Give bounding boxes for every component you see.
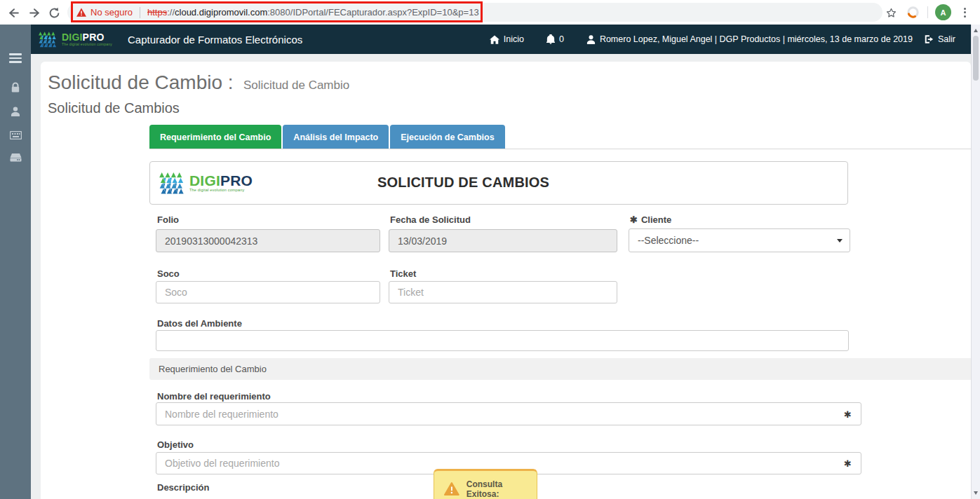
tab-analisis-del-impacto[interactable]: Análisis del Impacto	[283, 125, 389, 149]
descripcion-label: Descripción	[157, 482, 209, 493]
brand-logo: DIGIPRO The digital evolution company	[39, 32, 112, 48]
soco-input[interactable]	[156, 281, 380, 303]
required-asterisk: ✱	[844, 458, 852, 469]
brand-name: DIGIPRO	[62, 32, 112, 42]
cliente-select[interactable]: --Seleccione--	[629, 228, 850, 252]
omnibox-separator	[140, 7, 140, 18]
cliente-label: ✱Cliente	[630, 214, 671, 225]
nav-home[interactable]: Inicio	[490, 34, 524, 44]
scrollbar-up-arrow[interactable]	[974, 29, 978, 32]
logout-icon	[924, 34, 934, 44]
form-brand-logo: DIGIPRO The digital evolution company	[159, 172, 253, 194]
keyboard-icon	[10, 131, 22, 139]
page-title-secondary: Solicitud de Cambio	[243, 78, 349, 92]
required-asterisk: ✱	[844, 409, 852, 419]
user-icon	[11, 107, 20, 116]
harddrive-icon	[10, 153, 22, 163]
form-header-box: DIGIPRO The digital evolution company SO…	[149, 161, 848, 205]
reload-icon	[48, 7, 60, 19]
extension-button[interactable]	[906, 6, 920, 19]
brand-tagline: The digital evolution company	[189, 189, 253, 193]
toolbar-separator	[927, 6, 928, 18]
datos-ambiente-input[interactable]	[156, 330, 849, 351]
tab-ejecucion-de-cambios[interactable]: Ejecución de Cambios	[390, 125, 504, 149]
browser-menu-button[interactable]	[958, 6, 971, 19]
address-bar[interactable]: No seguro https://cloud.digipromovil.com…	[67, 3, 882, 22]
brand-tagline: The digital evolution company	[62, 43, 112, 46]
browser-toolbar: No seguro https://cloud.digipromovil.com…	[0, 0, 980, 25]
ticket-field-wrap	[389, 281, 617, 303]
folio-label: Folio	[157, 214, 179, 225]
cliente-field-wrap: --Seleccione--	[629, 228, 850, 252]
brand-name: DIGIPRO	[189, 173, 253, 188]
url-scheme: https	[147, 7, 167, 18]
nombre-field-wrap: ✱	[156, 402, 861, 425]
navbar-right: Inicio 0 Romero Lopez, Miguel Angel | DG…	[490, 25, 955, 54]
home-icon	[490, 35, 499, 44]
scrollbar-thumb[interactable]	[973, 36, 979, 81]
folio-input	[156, 229, 380, 252]
user-icon	[586, 35, 596, 44]
fecha-field-wrap	[389, 229, 617, 252]
datos-ambiente-label: Datos del Ambiente	[157, 318, 242, 329]
user-info: Romero Lopez, Miguel Angel | DGP Product…	[600, 34, 913, 44]
screen: No seguro https://cloud.digipromovil.com…	[0, 0, 980, 499]
app-navbar: DIGIPRO The digital evolution company Ca…	[31, 25, 971, 54]
notifications-count: 0	[559, 34, 564, 44]
tab-underline	[149, 149, 972, 149]
soco-field-wrap	[156, 281, 380, 303]
warning-triangle-icon	[444, 482, 459, 495]
nombre-input[interactable]	[156, 402, 861, 425]
bookmark-button[interactable]	[883, 5, 899, 20]
nombre-label: Nombre del requerimiento	[157, 391, 271, 402]
back-icon	[8, 7, 20, 19]
cliente-selected-value: --Seleccione--	[638, 235, 699, 246]
datos-ambiente-field-wrap	[156, 330, 849, 351]
page-subtitle: Solicitud de Cambios	[48, 100, 180, 116]
toast-message: Consulta Exitosa:	[466, 479, 537, 499]
tab-bar: Requerimiento del Cambio Análisis del Im…	[149, 125, 505, 149]
nav-home-label: Inicio	[504, 34, 524, 44]
back-button[interactable]	[6, 5, 21, 20]
ticket-label: Ticket	[390, 268, 416, 279]
sidebar-menu-button[interactable]	[0, 50, 31, 67]
forward-button[interactable]	[27, 5, 42, 20]
site-security-chip[interactable]: No seguro	[76, 7, 133, 18]
scrollbar-down-arrow[interactable]	[974, 491, 978, 495]
page-scrollbar[interactable]	[971, 25, 980, 499]
tab-requerimiento-del-cambio[interactable]: Requerimiento del Cambio	[149, 125, 281, 149]
folio-field-wrap	[156, 229, 380, 252]
url-text: https://cloud.digipromovil.com:8080/IDPo…	[147, 7, 479, 18]
nav-notifications[interactable]: 0	[546, 34, 564, 44]
sidebar	[0, 25, 31, 499]
page-title: Solicitud de Cambio :	[48, 71, 234, 93]
nav-logout-label: Salir	[938, 34, 955, 44]
nav-logout[interactable]: Salir	[924, 34, 955, 44]
form-title: SOLICITUD DE CAMBIOS	[377, 175, 549, 191]
nav-user-menu[interactable]: Romero Lopez, Miguel Angel | DGP Product…	[586, 34, 913, 44]
url-host: cloud.digipromovil.com	[175, 7, 267, 18]
soco-label: Soco	[157, 268, 180, 279]
required-asterisk: ✱	[630, 214, 638, 225]
main-panel: Solicitud de Cambio : Solicitud de Cambi…	[41, 62, 971, 499]
sidebar-item-capture[interactable]	[0, 127, 31, 144]
star-icon	[885, 7, 897, 19]
sidebar-item-user[interactable]	[0, 103, 31, 120]
menu-icon	[9, 53, 22, 63]
reload-button[interactable]	[46, 5, 62, 20]
chevron-down-icon	[837, 239, 843, 242]
objetivo-label: Objetivo	[157, 439, 194, 450]
section-header: Requerimiento del Cambio	[149, 358, 972, 380]
ticket-input[interactable]	[389, 281, 617, 303]
sidebar-item-storage[interactable]	[0, 149, 31, 166]
sidebar-item-security[interactable]	[0, 79, 31, 96]
fecha-label: Fecha de Solicitud	[390, 214, 471, 225]
toast-notification: Consulta Exitosa:	[434, 469, 537, 499]
url-path: :8080/IDPortal/FECapturador.aspx?ExpID=1…	[267, 7, 478, 18]
content-area: Solicitud de Cambio : Solicitud de Cambi…	[31, 54, 971, 499]
digipro-logo-icon	[159, 172, 184, 194]
profile-avatar[interactable]: A	[935, 4, 951, 20]
fecha-input	[389, 229, 617, 252]
page-title-row: Solicitud de Cambio : Solicitud de Cambi…	[48, 71, 349, 94]
app-title: Capturador de Formatos Electrónicos	[128, 34, 302, 46]
